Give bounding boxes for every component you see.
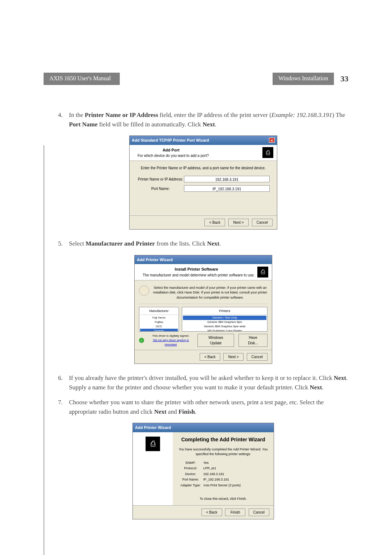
page-number: 33 [334, 73, 348, 85]
dialog-titlebar: Add Printer Wizard [133, 423, 274, 432]
next-button[interactable]: Next > [228, 219, 249, 226]
list-item[interactable]: Generic IBM Graphics 9pin wide [183, 324, 266, 329]
screenshot-install-printer-software: Add Printer Wizard Install Printer Softw… [58, 255, 348, 364]
windows-update-button[interactable]: Windows Update [197, 334, 234, 347]
port-name-input[interactable]: IP_192.168.3.191 [184, 185, 270, 192]
port-name-label: Port Name: [137, 186, 184, 191]
manufacturer-listbox[interactable]: Manufacturer Fuji Xerox Fujitsu GCC Gene… [139, 307, 179, 332]
list-item[interactable]: Generic IBM Graphics 9pin [183, 320, 266, 324]
cancel-button[interactable]: Cancel [249, 509, 269, 516]
step-number: 4. [58, 110, 69, 129]
driver-signing-link[interactable]: Tell me why driver signing is important [146, 338, 195, 347]
cancel-button[interactable]: Cancel [252, 219, 273, 226]
step-6: 6. If you already have the printer's dri… [58, 373, 348, 392]
dialog-titlebar: Add Standard TCP/IP Printer Port Wizard … [130, 136, 277, 145]
finish-button[interactable]: Finish [225, 509, 245, 516]
step-4: 4. In the Printer Name or IP Address fie… [58, 110, 348, 129]
left-margin-rule [44, 145, 44, 555]
list-item[interactable]: GCC [140, 324, 178, 329]
step-number: 7. [58, 398, 69, 416]
printer-icon: ⎙ [146, 437, 160, 451]
printers-listbox[interactable]: Printers Generic / Text Only Generic IBM… [182, 307, 268, 332]
step-5: 5. Select Manufacturer and Printer from … [58, 239, 348, 248]
list-item-selected[interactable]: Generic / Text Only [183, 316, 266, 320]
manual-title: AXIS 1650 User's Manual [44, 73, 120, 85]
list-item[interactable]: Fuji Xerox [140, 316, 178, 320]
back-button[interactable]: < Back [201, 509, 222, 516]
back-button[interactable]: < Back [204, 219, 225, 226]
step-text: Select Manufacturer and Printer from the… [69, 239, 348, 248]
dialog-titlebar: Add Printer Wizard [135, 255, 272, 264]
back-button[interactable]: < Back [200, 353, 220, 361]
ip-address-input[interactable]: 192.168.3.191 [184, 176, 270, 182]
have-disk-button[interactable]: Have Disk... [238, 334, 268, 347]
list-item[interactable]: MS Publisher Color Printer [183, 329, 266, 332]
cancel-button[interactable]: Cancel [247, 353, 268, 361]
printer-port-icon: ⎙ [262, 147, 273, 158]
step-7: 7. Choose whether you want to share the … [58, 398, 348, 416]
step-text: If you already have the printer's driver… [69, 373, 348, 392]
step-text: In the Printer Name or IP Address field,… [69, 110, 348, 129]
printer-icon: ⎙ [257, 267, 268, 278]
step-number: 5. [58, 239, 69, 248]
ip-address-label: Printer Name or IP Address: [137, 177, 184, 182]
screenshot-completing-wizard: Add Printer Wizard ⎙ Completing the Add … [58, 423, 348, 519]
step-text: Choose whether you want to share the pri… [69, 398, 348, 416]
section-title: Windows Installation [273, 73, 334, 85]
close-icon[interactable]: × [269, 138, 275, 143]
step-number: 6. [58, 373, 69, 392]
signed-check-icon: ✓ [139, 338, 144, 343]
list-item[interactable]: Fujitsu [140, 320, 178, 324]
list-item-selected[interactable]: Generic [140, 329, 178, 332]
disk-icon [139, 285, 149, 296]
page-header: AXIS 1650 User's Manual Windows Installa… [44, 73, 348, 85]
screenshot-add-port-wizard: Add Standard TCP/IP Printer Port Wizard … [58, 135, 348, 230]
next-button[interactable]: Next > [223, 353, 244, 361]
